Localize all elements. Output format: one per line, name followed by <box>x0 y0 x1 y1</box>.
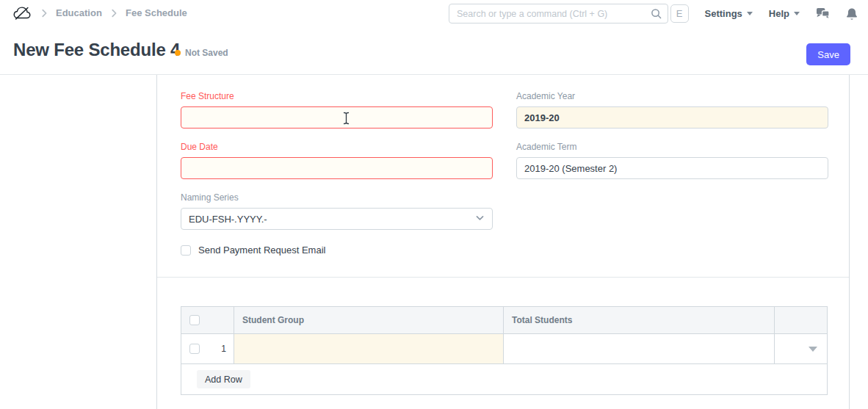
field-due-date: Due Date <box>181 142 493 179</box>
bell-icon[interactable] <box>846 7 858 21</box>
user-avatar[interactable]: E <box>670 4 689 23</box>
chevron-down-icon <box>475 213 485 225</box>
field-academic-year: Academic Year <box>516 91 828 129</box>
grid-header-total-students: Total Students <box>504 307 775 333</box>
chat-icon[interactable] <box>816 7 830 20</box>
row-actions-cell <box>775 334 827 363</box>
send-payment-request-email-checkbox[interactable] <box>181 245 191 256</box>
text-cursor-icon <box>342 112 350 128</box>
student-group-cell-input[interactable] <box>242 334 503 363</box>
grid-header-select-cell <box>181 307 234 333</box>
settings-menu[interactable]: Settings <box>705 8 753 19</box>
form-body: Fee Structure Academic Year Due Date Aca… <box>156 75 850 409</box>
page-title: New Fee Schedule 4 <box>13 40 180 60</box>
row-index: 1 <box>221 344 226 354</box>
chevron-down-icon <box>747 12 753 15</box>
field-fee-structure: Fee Structure <box>181 91 493 129</box>
search-icon[interactable] <box>651 8 662 22</box>
top-navbar: Education Fee Schedule E Settings Help <box>0 0 868 27</box>
chevron-down-icon <box>794 12 800 15</box>
field-send-payment-request-email: Send Payment Request Email <box>181 245 325 256</box>
grid-header-actions <box>775 307 827 333</box>
due-date-label: Due Date <box>181 142 493 152</box>
navbar-right-cluster: E Settings Help <box>670 0 858 27</box>
student-group-cell[interactable] <box>234 334 504 363</box>
global-search <box>449 4 668 23</box>
academic-year-input[interactable] <box>516 106 828 129</box>
total-students-cell[interactable] <box>504 334 775 363</box>
grid-header-student-group: Student Group <box>234 307 504 333</box>
details-section: Fee Structure Academic Year Due Date Aca… <box>157 75 849 278</box>
academic-year-label: Academic Year <box>516 91 828 101</box>
chevron-right-icon <box>109 8 119 21</box>
row-select-checkbox[interactable] <box>189 344 200 354</box>
academic-term-input[interactable] <box>516 157 828 179</box>
naming-series-value: EDU-FSH-.YYYY.- <box>189 214 267 225</box>
chevron-right-icon <box>39 8 49 21</box>
total-students-cell-input[interactable] <box>512 334 774 363</box>
breadcrumb-fee-schedule[interactable]: Fee Schedule <box>126 7 187 18</box>
send-payment-request-email-label: Send Payment Request Email <box>198 245 325 256</box>
status-text: Not Saved <box>185 48 228 58</box>
naming-series-select[interactable]: EDU-FSH-.YYYY.- <box>181 208 493 230</box>
grid-row-1: 1 <box>181 334 827 364</box>
help-menu[interactable]: Help <box>769 8 800 19</box>
save-button[interactable]: Save <box>806 43 850 65</box>
fee-structure-label: Fee Structure <box>181 91 493 101</box>
breadcrumb-education[interactable]: Education <box>56 7 102 18</box>
search-input[interactable] <box>449 4 668 23</box>
select-all-rows-checkbox[interactable] <box>189 315 200 325</box>
unsaved-dot-icon <box>175 50 181 56</box>
grid-header-row: Student Group Total Students <box>181 307 827 334</box>
row-expand-icon[interactable] <box>809 347 817 352</box>
grid-footer: Add Row <box>181 364 827 394</box>
page-header: New Fee Schedule 4 Not Saved Save <box>0 27 868 75</box>
fee-structure-input[interactable] <box>181 106 493 129</box>
help-label: Help <box>769 8 789 19</box>
due-date-input[interactable] <box>181 157 493 179</box>
field-academic-term: Academic Term <box>516 142 828 179</box>
field-naming-series: Naming Series EDU-FSH-.YYYY.- <box>181 192 493 230</box>
row-select-cell: 1 <box>181 334 234 363</box>
naming-series-label: Naming Series <box>181 192 493 203</box>
save-status-indicator: Not Saved <box>175 48 228 58</box>
academic-term-label: Academic Term <box>516 142 828 152</box>
fee-schedule-new-page: Education Fee Schedule E Settings Help <box>0 0 868 409</box>
app-logo-icon[interactable] <box>12 5 32 24</box>
student-groups-grid: Student Group Total Students 1 <box>181 306 828 395</box>
settings-label: Settings <box>705 8 742 19</box>
add-row-button[interactable]: Add Row <box>197 370 250 388</box>
